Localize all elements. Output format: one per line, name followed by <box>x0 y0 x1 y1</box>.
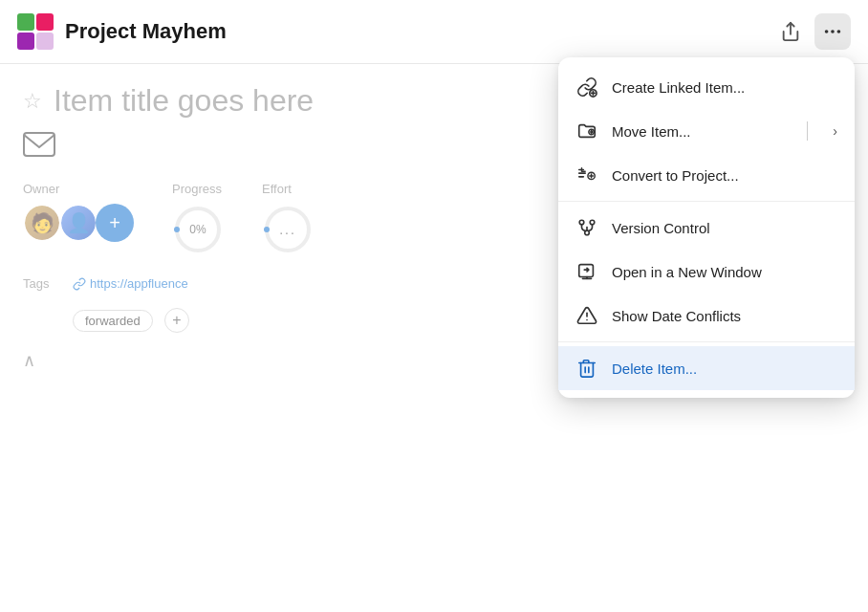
svg-rect-1 <box>36 13 54 31</box>
ellipsis-icon <box>822 21 843 42</box>
create-linked-label: Create Linked Item... <box>612 79 837 96</box>
move-item-chevron: › <box>833 123 837 139</box>
delete-label: Delete Item... <box>612 361 837 377</box>
progress-circle[interactable]: 0% <box>172 204 224 255</box>
progress-value: 0% <box>189 223 206 236</box>
menu-item-move[interactable]: Move Item... › <box>558 109 855 153</box>
effort-circle[interactable]: ... <box>262 204 314 255</box>
move-item-divider <box>807 121 808 141</box>
share-button[interactable] <box>772 13 809 50</box>
convert-label: Convert to Project... <box>612 167 837 184</box>
progress-label: Progress <box>172 182 224 196</box>
svg-rect-8 <box>24 133 54 156</box>
item-title[interactable]: Item title goes here <box>54 83 314 119</box>
svg-point-7 <box>837 30 841 33</box>
svg-rect-28 <box>579 265 594 277</box>
folder-arrow-icon <box>575 120 598 142</box>
owner-field: Owner 🧑 👤 + <box>23 182 134 242</box>
link-icon <box>73 277 86 291</box>
svg-point-5 <box>825 30 829 33</box>
tag-chip-forwarded[interactable]: forwarded <box>73 310 153 332</box>
date-conflicts-label: Show Date Conflicts <box>612 308 837 324</box>
warning-icon <box>575 304 598 327</box>
link-plus-icon <box>575 76 598 98</box>
add-owner-button[interactable]: + <box>96 204 134 242</box>
new-window-label: Open in a New Window <box>612 264 837 280</box>
tags-label: Tags <box>23 276 61 291</box>
collapse-icon[interactable]: ∧ <box>23 351 35 370</box>
menu-item-delete[interactable]: Delete Item... <box>558 346 855 390</box>
app-header: Project Mayhem <box>0 0 868 64</box>
avatar-2[interactable]: 👤 <box>59 204 98 242</box>
svg-point-6 <box>831 30 835 33</box>
menu-item-date-conflicts[interactable]: Show Date Conflicts <box>558 294 855 338</box>
effort-value: ... <box>279 222 296 237</box>
version-control-label: Version Control <box>612 220 837 236</box>
add-tag-button[interactable]: + <box>164 308 189 333</box>
share-icon <box>780 21 801 42</box>
svg-rect-3 <box>36 33 54 50</box>
menu-item-convert[interactable]: Convert to Project... <box>558 153 855 197</box>
trash-icon <box>575 357 598 380</box>
list-plus-icon <box>575 164 598 186</box>
menu-item-create-linked[interactable]: Create Linked Item... <box>558 65 855 109</box>
owner-avatars: 🧑 👤 + <box>23 204 134 242</box>
menu-divider-1 <box>558 201 855 202</box>
external-window-icon <box>575 260 598 283</box>
progress-field: Progress 0% <box>172 182 224 255</box>
avatar-1[interactable]: 🧑 <box>23 204 61 242</box>
favorite-icon[interactable]: ☆ <box>23 89 42 114</box>
project-title: Project Mayhem <box>65 19 761 44</box>
svg-rect-0 <box>17 13 34 31</box>
more-button[interactable] <box>814 13 851 50</box>
menu-divider-2 <box>558 341 855 342</box>
effort-field: Effort ... <box>262 182 314 255</box>
menu-item-version[interactable]: Version Control <box>558 206 855 250</box>
svg-rect-2 <box>17 33 34 50</box>
git-fork-icon <box>575 216 598 239</box>
owner-label: Owner <box>23 182 134 196</box>
menu-item-new-window[interactable]: Open in a New Window <box>558 250 855 294</box>
email-icon <box>23 132 55 157</box>
tags-link[interactable]: https://appfluence <box>73 276 188 291</box>
svg-point-11 <box>174 227 180 232</box>
project-logo <box>17 13 54 50</box>
context-menu: Create Linked Item... Move Item... › <box>558 57 855 398</box>
move-item-label: Move Item... <box>612 123 793 140</box>
header-actions <box>772 13 851 50</box>
svg-point-13 <box>264 227 270 232</box>
effort-label: Effort <box>262 182 314 196</box>
